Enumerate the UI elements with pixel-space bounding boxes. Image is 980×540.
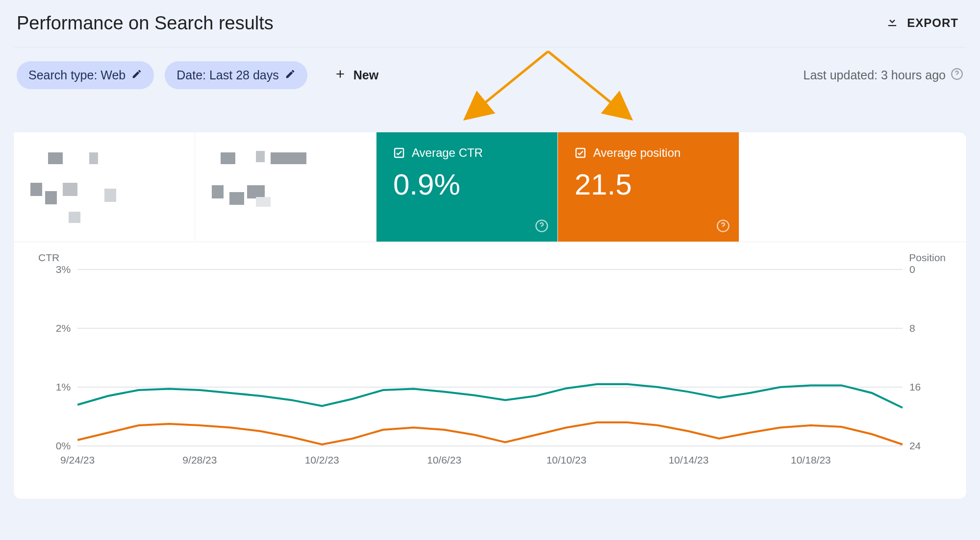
- chip-date-label: Date: Last 28 days: [176, 68, 278, 82]
- svg-text:16: 16: [909, 381, 921, 393]
- metric-spacer: [739, 132, 966, 242]
- svg-text:0%: 0%: [56, 440, 71, 451]
- filter-bar: Search type: Web Date: Last 28 days New …: [14, 48, 966, 98]
- chip-date-range[interactable]: Date: Last 28 days: [165, 61, 307, 89]
- checkbox-checked-icon: [393, 147, 405, 159]
- svg-text:10/2/23: 10/2/23: [305, 454, 339, 466]
- checkbox-checked-icon: [575, 147, 586, 159]
- plus-icon: [334, 68, 347, 83]
- export-button[interactable]: EXPORT: [880, 11, 963, 35]
- metric-ctr-label: Average CTR: [412, 146, 483, 160]
- metric-average-position[interactable]: Average position 21.5: [558, 132, 739, 242]
- svg-text:24: 24: [909, 440, 921, 451]
- svg-text:0: 0: [909, 265, 915, 275]
- help-icon[interactable]: [951, 68, 963, 83]
- svg-text:10/6/23: 10/6/23: [427, 454, 461, 466]
- metric-position-value: 21.5: [575, 168, 722, 201]
- metric-total-clicks[interactable]: [14, 132, 195, 242]
- add-filter-label: New: [353, 68, 378, 82]
- svg-text:9/24/23: 9/24/23: [60, 454, 95, 466]
- edit-icon: [131, 68, 142, 82]
- chart-area: CTR Position 0%241%162%83%09/24/239/28/2…: [14, 242, 966, 479]
- svg-text:3%: 3%: [56, 265, 71, 275]
- svg-text:10/18/23: 10/18/23: [791, 454, 831, 466]
- annotation-arrows: [445, 48, 651, 126]
- help-icon[interactable]: [716, 219, 730, 235]
- y-axis-right-title: Position: [909, 252, 946, 264]
- last-updated: Last updated: 3 hours ago: [803, 68, 963, 83]
- y-axis-left-title: CTR: [38, 252, 59, 264]
- download-icon: [885, 15, 899, 31]
- chip-search-type[interactable]: Search type: Web: [17, 61, 154, 89]
- performance-card: Average CTR 0.9% Average position 21.5: [14, 132, 966, 499]
- metric-ctr-value: 0.9%: [393, 168, 541, 201]
- redacted-content: [30, 146, 178, 228]
- metric-average-ctr[interactable]: Average CTR 0.9%: [377, 132, 558, 242]
- header: Performance on Search results EXPORT: [14, 7, 966, 48]
- performance-line-chart: 0%241%162%83%09/24/239/28/2310/2/2310/6/…: [33, 265, 947, 475]
- last-updated-label: Last updated: 3 hours ago: [803, 68, 946, 82]
- chip-search-type-label: Search type: Web: [28, 68, 126, 82]
- svg-text:8: 8: [909, 322, 915, 334]
- metric-total-impressions[interactable]: [195, 132, 377, 242]
- metric-row: Average CTR 0.9% Average position 21.5: [14, 132, 966, 242]
- svg-text:10/10/23: 10/10/23: [546, 454, 586, 466]
- svg-text:1%: 1%: [56, 381, 71, 393]
- add-filter-button[interactable]: New: [327, 63, 385, 88]
- svg-text:9/28/23: 9/28/23: [182, 454, 217, 466]
- svg-text:10/14/23: 10/14/23: [669, 454, 709, 466]
- metric-position-label: Average position: [593, 146, 680, 160]
- export-label: EXPORT: [907, 16, 958, 30]
- edit-icon: [285, 68, 296, 82]
- page-title: Performance on Search results: [17, 13, 274, 34]
- help-icon[interactable]: [535, 219, 549, 235]
- svg-text:2%: 2%: [56, 322, 71, 334]
- redacted-content: [212, 146, 359, 228]
